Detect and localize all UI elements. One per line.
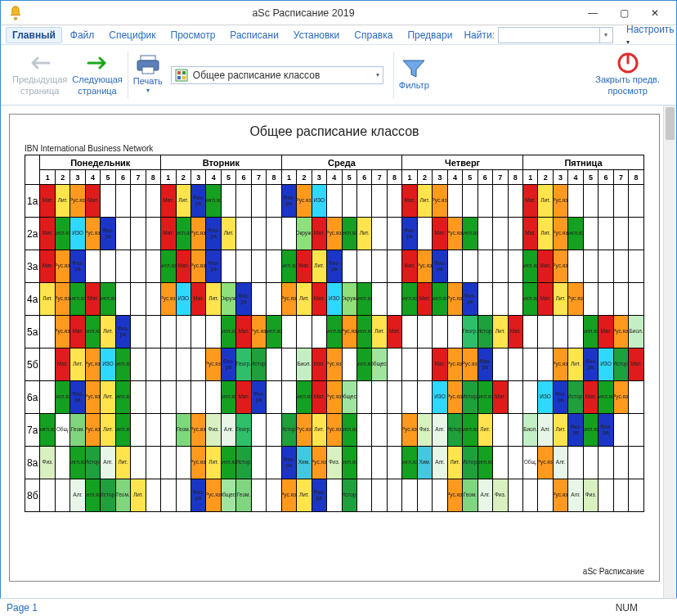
menu-customize[interactable]: Настроить ▾ [620,21,677,49]
vertical-scrollbar[interactable] [663,106,676,598]
schedule-table: ПонедельникВторникСредаЧетвергПятница123… [25,155,644,512]
minimize-button[interactable]: — [578,4,608,22]
app-title: aSc Расписание 2019 [29,7,578,19]
menu-settings[interactable]: Установки [287,27,346,43]
status-bar: Page 1 NUM [0,598,677,616]
page-title: Общее расписание классов [25,124,644,139]
scrollbar-thumb[interactable] [666,107,675,140]
next-page-button[interactable]: Следующаястраница [72,53,123,96]
menubar: Главный Файл Специфик Просмотр Расписани… [1,25,676,45]
svg-rect-8 [182,76,186,79]
menu-preview[interactable]: Предвари [401,27,459,43]
maximize-button[interactable]: ▢ [609,4,639,22]
chevron-down-icon: ▾ [376,71,379,79]
printer-icon [136,54,160,75]
titlebar: aSc Расписание 2019 — ▢ ✕ [1,1,676,25]
menu-schedule[interactable]: Расписани [223,27,285,43]
page-footer: aSc Расписание [583,567,644,576]
menu-file[interactable]: Файл [64,27,101,43]
menu-specific[interactable]: Специфик [102,27,162,43]
app-icon [7,5,24,21]
org-name: IBN International Business Network [25,144,644,153]
close-preview-button[interactable]: Закрыть предв.просмотр [595,53,660,96]
svg-point-0 [14,17,16,20]
filter-button[interactable]: Фильтр [399,59,429,91]
menu-view[interactable]: Просмотр [164,27,222,43]
menu-help[interactable]: Справка [347,27,399,43]
find-label: Найти: [464,29,495,41]
svg-rect-6 [182,71,186,74]
ribbon: Предыдущаястраница Следующаястраница Печ… [1,45,676,106]
preview-area: Общее расписание классов IBN Internation… [1,106,676,598]
find-input[interactable] [498,27,600,43]
prev-page-button[interactable]: Предыдущаястраница [12,53,67,96]
funnel-icon [401,58,427,79]
report-icon [175,69,188,82]
find-box: Найти: ▾ [464,27,613,43]
menu-main[interactable]: Главный [6,27,62,43]
svg-rect-1 [141,56,155,61]
report-combo[interactable]: Общее расписание классов ▾ [171,66,383,84]
svg-rect-7 [177,76,181,79]
close-window-button[interactable]: ✕ [640,4,670,22]
report-combo-label: Общее расписание классов [193,70,320,81]
print-button[interactable]: Печать ▾ [133,55,163,95]
svg-rect-5 [177,71,181,74]
preview-page: Общее расписание классов IBN Internation… [9,114,660,582]
power-icon [616,52,639,74]
status-page: Page 1 [7,602,38,614]
svg-rect-3 [142,67,154,74]
status-num: NUM [616,602,638,614]
arrow-left-icon [28,56,52,70]
find-dropdown-icon[interactable]: ▾ [600,27,613,43]
arrow-right-icon [85,56,110,70]
